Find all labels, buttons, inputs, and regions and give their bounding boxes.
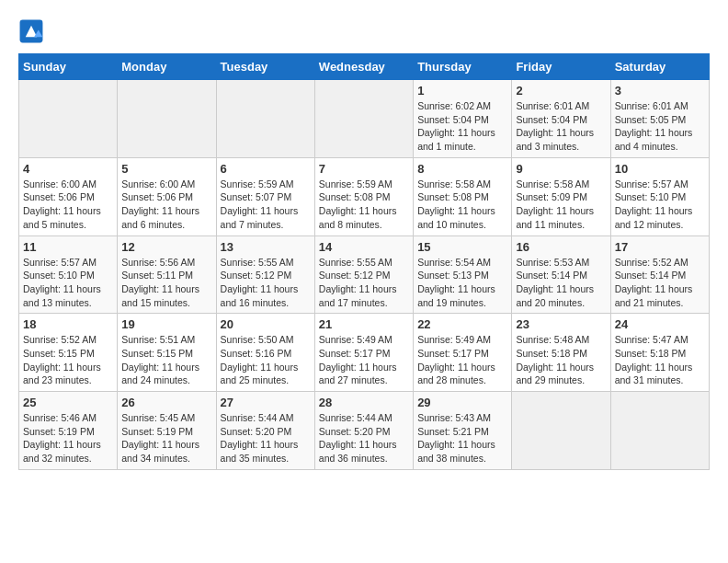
day-number: 2 (516, 84, 606, 98)
calendar-week-row: 4Sunrise: 6:00 AM Sunset: 5:06 PM Daylig… (19, 157, 710, 236)
calendar-cell: 4Sunrise: 6:00 AM Sunset: 5:06 PM Daylig… (19, 157, 118, 236)
day-number: 19 (121, 317, 211, 331)
col-saturday: Saturday (610, 54, 709, 80)
day-info: Sunrise: 6:01 AM Sunset: 5:05 PM Dayligh… (615, 99, 705, 154)
day-info: Sunrise: 6:02 AM Sunset: 5:04 PM Dayligh… (417, 99, 507, 154)
day-number: 4 (23, 162, 113, 176)
calendar-week-row: 25Sunrise: 5:46 AM Sunset: 5:19 PM Dayli… (19, 392, 710, 470)
day-info: Sunrise: 5:57 AM Sunset: 5:10 PM Dayligh… (615, 178, 705, 232)
day-number: 1 (417, 84, 507, 98)
day-info: Sunrise: 5:55 AM Sunset: 5:12 PM Dayligh… (319, 256, 409, 310)
calendar-cell: 13Sunrise: 5:55 AM Sunset: 5:12 PM Dayli… (216, 236, 314, 314)
col-tuesday: Tuesday (216, 54, 314, 80)
calendar-cell: 27Sunrise: 5:44 AM Sunset: 5:20 PM Dayli… (216, 392, 314, 470)
day-number: 17 (615, 240, 705, 254)
day-number: 23 (516, 317, 606, 331)
day-number: 16 (516, 240, 606, 254)
day-number: 21 (319, 317, 409, 331)
calendar-cell: 14Sunrise: 5:55 AM Sunset: 5:12 PM Dayli… (314, 236, 413, 314)
calendar-header: Sunday Monday Tuesday Wednesday Thursday… (19, 54, 710, 80)
page-header (18, 18, 710, 44)
calendar-body: 1Sunrise: 6:02 AM Sunset: 5:04 PM Daylig… (19, 80, 710, 470)
calendar-cell: 15Sunrise: 5:54 AM Sunset: 5:13 PM Dayli… (414, 236, 512, 314)
calendar-cell: 5Sunrise: 6:00 AM Sunset: 5:06 PM Daylig… (118, 157, 216, 236)
day-info: Sunrise: 5:58 AM Sunset: 5:08 PM Dayligh… (417, 178, 507, 232)
day-number: 24 (615, 317, 705, 331)
day-info: Sunrise: 6:00 AM Sunset: 5:06 PM Dayligh… (121, 178, 211, 232)
day-info: Sunrise: 5:49 AM Sunset: 5:17 PM Dayligh… (417, 333, 507, 387)
calendar-cell: 6Sunrise: 5:59 AM Sunset: 5:07 PM Daylig… (216, 157, 314, 236)
calendar-cell: 21Sunrise: 5:49 AM Sunset: 5:17 PM Dayli… (314, 314, 413, 392)
day-info: Sunrise: 6:01 AM Sunset: 5:04 PM Dayligh… (516, 99, 606, 154)
day-number: 18 (23, 317, 113, 331)
calendar-cell: 16Sunrise: 5:53 AM Sunset: 5:14 PM Dayli… (512, 236, 610, 314)
day-info: Sunrise: 5:52 AM Sunset: 5:15 PM Dayligh… (23, 333, 113, 387)
day-info: Sunrise: 5:48 AM Sunset: 5:18 PM Dayligh… (516, 333, 606, 387)
calendar-table: Sunday Monday Tuesday Wednesday Thursday… (18, 53, 710, 470)
calendar-cell (118, 80, 216, 158)
day-info: Sunrise: 5:50 AM Sunset: 5:16 PM Dayligh… (221, 333, 311, 387)
col-friday: Friday (512, 54, 610, 80)
header-row: Sunday Monday Tuesday Wednesday Thursday… (19, 54, 710, 80)
day-info: Sunrise: 5:45 AM Sunset: 5:19 PM Dayligh… (121, 411, 211, 465)
calendar-cell: 1Sunrise: 6:02 AM Sunset: 5:04 PM Daylig… (414, 80, 512, 158)
calendar-cell: 18Sunrise: 5:52 AM Sunset: 5:15 PM Dayli… (19, 314, 118, 392)
calendar-cell (512, 392, 610, 470)
day-number: 10 (615, 162, 705, 176)
day-number: 12 (121, 240, 211, 254)
day-info: Sunrise: 5:51 AM Sunset: 5:15 PM Dayligh… (121, 333, 211, 387)
col-wednesday: Wednesday (314, 54, 413, 80)
calendar-cell: 29Sunrise: 5:43 AM Sunset: 5:21 PM Dayli… (414, 392, 512, 470)
col-sunday: Sunday (19, 54, 118, 80)
day-info: Sunrise: 5:57 AM Sunset: 5:10 PM Dayligh… (23, 256, 113, 310)
day-info: Sunrise: 5:52 AM Sunset: 5:14 PM Dayligh… (615, 256, 705, 310)
day-number: 11 (23, 240, 113, 254)
day-info: Sunrise: 6:00 AM Sunset: 5:06 PM Dayligh… (23, 178, 113, 232)
calendar-cell: 20Sunrise: 5:50 AM Sunset: 5:16 PM Dayli… (216, 314, 314, 392)
calendar-cell: 3Sunrise: 6:01 AM Sunset: 5:05 PM Daylig… (610, 80, 709, 158)
day-info: Sunrise: 5:59 AM Sunset: 5:08 PM Dayligh… (319, 178, 409, 232)
calendar-cell (19, 80, 118, 158)
logo-icon (18, 18, 44, 44)
calendar-cell: 8Sunrise: 5:58 AM Sunset: 5:08 PM Daylig… (414, 157, 512, 236)
calendar-cell: 22Sunrise: 5:49 AM Sunset: 5:17 PM Dayli… (414, 314, 512, 392)
calendar-cell: 19Sunrise: 5:51 AM Sunset: 5:15 PM Dayli… (118, 314, 216, 392)
col-monday: Monday (118, 54, 216, 80)
day-info: Sunrise: 5:55 AM Sunset: 5:12 PM Dayligh… (221, 256, 311, 310)
calendar-cell: 28Sunrise: 5:44 AM Sunset: 5:20 PM Dayli… (314, 392, 413, 470)
day-number: 20 (221, 317, 311, 331)
day-number: 7 (319, 162, 409, 176)
logo (18, 18, 48, 44)
day-number: 8 (417, 162, 507, 176)
calendar-cell: 26Sunrise: 5:45 AM Sunset: 5:19 PM Dayli… (118, 392, 216, 470)
day-info: Sunrise: 5:54 AM Sunset: 5:13 PM Dayligh… (417, 256, 507, 310)
day-info: Sunrise: 5:59 AM Sunset: 5:07 PM Dayligh… (221, 178, 311, 232)
calendar-cell: 10Sunrise: 5:57 AM Sunset: 5:10 PM Dayli… (610, 157, 709, 236)
col-thursday: Thursday (414, 54, 512, 80)
calendar-week-row: 11Sunrise: 5:57 AM Sunset: 5:10 PM Dayli… (19, 236, 710, 314)
calendar-cell (610, 392, 709, 470)
day-info: Sunrise: 5:44 AM Sunset: 5:20 PM Dayligh… (221, 411, 311, 465)
calendar-cell (314, 80, 413, 158)
calendar-week-row: 1Sunrise: 6:02 AM Sunset: 5:04 PM Daylig… (19, 80, 710, 158)
day-info: Sunrise: 5:53 AM Sunset: 5:14 PM Dayligh… (516, 256, 606, 310)
day-number: 14 (319, 240, 409, 254)
day-number: 27 (221, 396, 311, 409)
calendar-cell: 2Sunrise: 6:01 AM Sunset: 5:04 PM Daylig… (512, 80, 610, 158)
day-info: Sunrise: 5:44 AM Sunset: 5:20 PM Dayligh… (319, 411, 409, 465)
calendar-cell: 17Sunrise: 5:52 AM Sunset: 5:14 PM Dayli… (610, 236, 709, 314)
calendar-cell: 25Sunrise: 5:46 AM Sunset: 5:19 PM Dayli… (19, 392, 118, 470)
day-number: 5 (121, 162, 211, 176)
day-info: Sunrise: 5:58 AM Sunset: 5:09 PM Dayligh… (516, 178, 606, 232)
day-number: 25 (23, 396, 113, 409)
day-number: 3 (615, 84, 705, 98)
day-info: Sunrise: 5:46 AM Sunset: 5:19 PM Dayligh… (23, 411, 113, 465)
day-number: 28 (319, 396, 409, 409)
calendar-cell (216, 80, 314, 158)
day-number: 22 (417, 317, 507, 331)
day-number: 13 (221, 240, 311, 254)
day-info: Sunrise: 5:49 AM Sunset: 5:17 PM Dayligh… (319, 333, 409, 387)
day-number: 29 (417, 396, 507, 409)
day-number: 15 (417, 240, 507, 254)
calendar-cell: 23Sunrise: 5:48 AM Sunset: 5:18 PM Dayli… (512, 314, 610, 392)
